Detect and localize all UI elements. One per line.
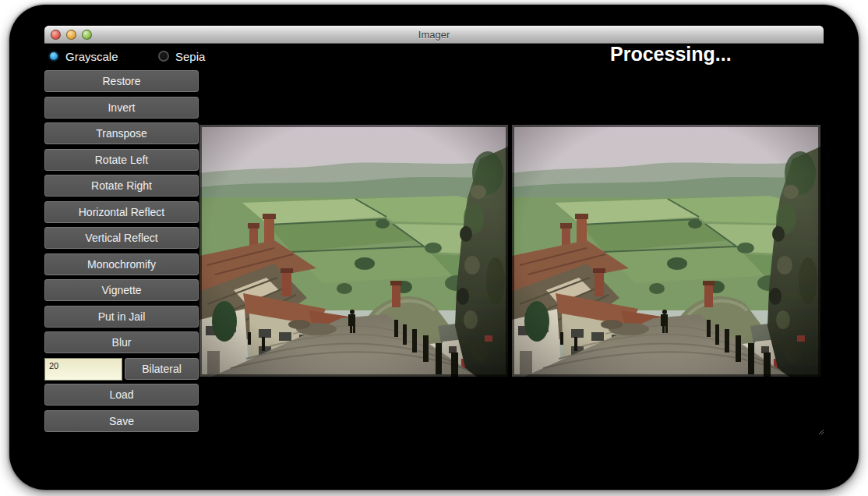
village-photo-right	[512, 125, 820, 377]
rotate-left-button[interactable]: Rotate Left	[44, 149, 199, 171]
vignette-button[interactable]: Vignette	[44, 279, 199, 301]
rotate-right-button[interactable]: Rotate Right	[44, 175, 199, 197]
invert-button[interactable]: Invert	[44, 97, 199, 119]
radio-grayscale-label: Grayscale	[65, 50, 118, 63]
original-image	[199, 125, 508, 377]
screen: Imager Grayscale Sepia Processing... Res…	[0, 0, 868, 496]
vertical-reflect-button[interactable]: Vertical Reflect	[44, 227, 199, 249]
processing-status: Processing...	[610, 43, 732, 66]
radio-sepia[interactable]: Sepia	[158, 49, 205, 63]
bilateral-value-input[interactable]	[44, 358, 122, 381]
radio-grayscale[interactable]: Grayscale	[48, 49, 118, 63]
save-button[interactable]: Save	[44, 410, 199, 432]
blur-button[interactable]: Blur	[44, 331, 199, 353]
monochromify-button[interactable]: Monochromify	[44, 253, 199, 275]
transpose-button[interactable]: Transpose	[44, 122, 199, 144]
load-button[interactable]: Load	[44, 384, 199, 406]
radio-unselected-icon[interactable]	[158, 51, 169, 62]
restore-button[interactable]: Restore	[44, 70, 199, 92]
horizontal-reflect-button[interactable]: Horizontal Reflect	[44, 201, 199, 223]
radio-selected-icon[interactable]	[48, 51, 59, 62]
village-photo-left	[199, 125, 508, 377]
titlebar[interactable]: Imager	[44, 26, 824, 44]
window-title: Imager	[44, 29, 824, 41]
put-in-jail-button[interactable]: Put in Jail	[44, 306, 199, 328]
radio-sepia-label: Sepia	[175, 50, 205, 63]
processed-image	[512, 125, 820, 377]
resize-grip-icon[interactable]	[817, 428, 824, 435]
bilateral-button[interactable]: Bilateral	[125, 358, 199, 380]
